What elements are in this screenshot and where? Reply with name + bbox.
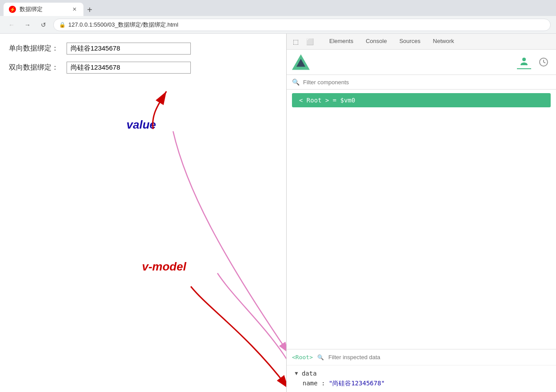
arrows-overlay [0,34,286,392]
two-way-label: 双向数据绑定： [9,63,67,72]
prop-key: name [303,380,318,387]
tab-close-button[interactable]: ✕ [71,6,78,13]
tab-network[interactable]: Network [428,34,460,50]
browser-toolbar: ← → ↺ 🔒 127.0.0.1:5500/03_数据绑定/数据绑定.html [0,16,556,34]
data-section: ▼ data name : "尚硅谷12345678" [287,365,556,392]
tab-title: 数据绑定 [20,5,43,13]
component-tree-icon[interactable] [517,55,531,69]
two-way-binding-row: 双向数据绑定： [9,62,277,74]
url-text: 127.0.0.1:5500/03_数据绑定/数据绑定.html [68,21,178,29]
devtools-toolbar-icons: ⬚ ⬜ [290,36,315,47]
prop-value: "尚硅谷12345678" [329,380,385,387]
data-toggle-icon[interactable]: ▼ [294,370,299,376]
vue-logo [292,53,310,71]
devtools-tabs: ⬚ ⬜ Elements Console Sources Network [287,34,556,50]
inspector-search-icon: 🔍 [317,354,324,361]
vue-toolbar-right [517,55,551,69]
two-way-input[interactable] [67,62,191,74]
root-component-item[interactable]: < Root > = $vm0 [292,93,551,107]
svg-point-4 [522,58,526,61]
device-icon[interactable]: ⬜ [304,36,315,47]
filter-bar: 🔍 [287,75,556,90]
devtools-panel: ⬚ ⬜ Elements Console Sources Network [286,34,556,392]
lock-icon: 🔒 [59,22,66,28]
tab-sources[interactable]: Sources [394,34,426,50]
one-way-binding-row: 单向数据绑定： [9,43,277,55]
page-content: 单向数据绑定： 双向数据绑定： value v-model [0,34,286,392]
filter-components-input[interactable] [303,79,551,86]
vmodel-annotation: v-model [142,260,186,274]
browser-titlebar: ⚡ 数据绑定 ✕ + [0,0,556,16]
one-way-input[interactable] [67,43,191,55]
tab-favicon: ⚡ [9,6,16,13]
inspector-root-label: <Root> [292,354,313,361]
history-icon[interactable] [536,55,551,69]
inspector-header: <Root> 🔍 [287,349,556,365]
address-bar[interactable]: 🔒 127.0.0.1:5500/03_数据绑定/数据绑定.html [53,19,551,31]
component-tree: < Root > = $vm0 [287,90,556,349]
main-area: 单向数据绑定： 双向数据绑定： value v-model [0,34,556,392]
inspector-panel: <Root> 🔍 ▼ data name : "尚硅谷12345678" [287,349,556,392]
vue-toolbar [287,50,556,75]
tab-console[interactable]: Console [360,34,392,50]
filter-inspected-input[interactable] [328,354,403,361]
reload-button[interactable]: ↺ [37,19,50,31]
forward-button[interactable]: → [21,19,34,31]
search-icon: 🔍 [292,78,300,86]
data-property-name: name : "尚硅谷12345678" [294,380,549,388]
new-tab-button[interactable]: + [83,4,96,16]
data-section-label: data [302,370,317,377]
value-annotation: value [126,118,156,132]
tab-strip: ⚡ 数据绑定 ✕ + [4,0,96,16]
data-header: ▼ data [294,370,549,377]
vue-devtools: 🔍 < Root > = $vm0 <Root> 🔍 ▼ data [287,50,556,392]
tab-elements[interactable]: Elements [324,34,359,50]
active-tab[interactable]: ⚡ 数据绑定 ✕ [4,3,83,16]
inspector-icon[interactable]: ⬚ [290,36,301,47]
back-button[interactable]: ← [5,19,18,31]
one-way-label: 单向数据绑定： [9,44,67,53]
prop-colon: : [321,380,329,387]
